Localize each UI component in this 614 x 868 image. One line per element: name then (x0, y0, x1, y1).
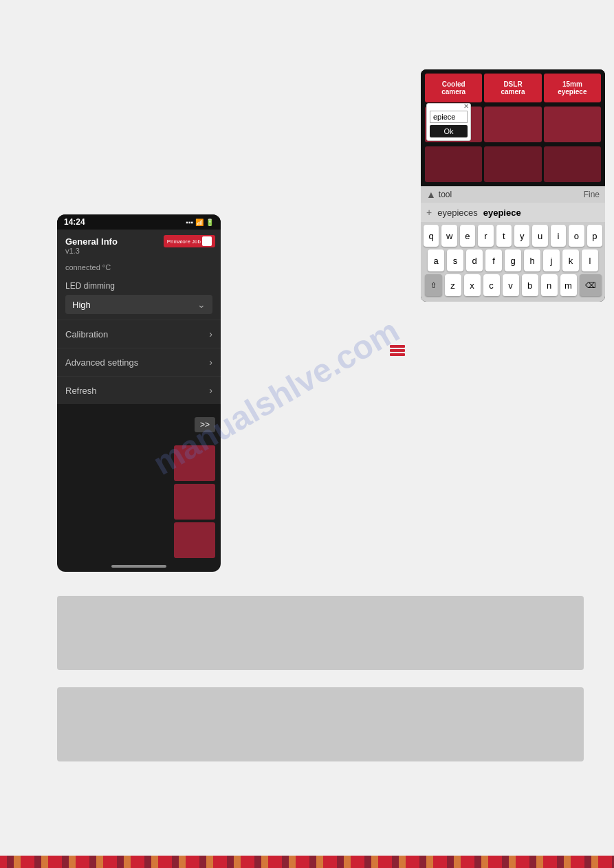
keyboard-bottom-grid (421, 146, 605, 186)
chevron-up-icon[interactable]: ▲ (426, 189, 436, 200)
key-f[interactable]: f (485, 249, 502, 271)
key-row-1: q w e r t y u i o p (424, 225, 602, 247)
key-c[interactable]: c (483, 274, 500, 296)
key-i[interactable]: i (551, 225, 566, 247)
key-t[interactable]: t (496, 225, 512, 247)
badge-label: Primalore Job (167, 238, 201, 245)
phone-ui: 14:24 ▪▪▪ 📶 🔋 General Info v1.3 Primalor… (57, 214, 221, 572)
key-k[interactable]: k (562, 249, 579, 271)
key-row-2: a s d f g h j k l (424, 249, 602, 271)
keyboard-top-grid: Cooled camera DSLR camera 15mm eyepiece (421, 69, 605, 107)
gray-box-1 (57, 596, 584, 670)
menu-item-label: Advanced settings (65, 357, 138, 368)
popup-overlay: ✕ Ok (426, 103, 471, 141)
key-d[interactable]: d (466, 249, 483, 271)
grid-middle-item-popup[interactable]: ✕ Ok (425, 107, 482, 142)
menu-item-label: Calibration (65, 329, 108, 340)
key-n[interactable]: n (541, 274, 558, 296)
led-dimming-label: LED dimming (65, 281, 212, 291)
key-j[interactable]: j (543, 249, 560, 271)
keyboard-rows: q w e r t y u i o p a s d f g h j k l ⇧ … (421, 222, 605, 302)
phone-bottom-bar (111, 565, 166, 568)
key-h[interactable]: h (524, 249, 540, 271)
chevron-right-icon: › (209, 357, 212, 368)
phone-icons: ▪▪▪ 📶 🔋 (186, 219, 214, 226)
grid-middle-item-2[interactable] (484, 107, 541, 142)
signal-icon: ▪▪▪ (186, 219, 193, 226)
keyboard-toolbar-left: ▲ tool (426, 189, 452, 200)
led-dimming-control[interactable]: High ⌄ (65, 295, 212, 314)
key-row-3: ⇧ z x c v b n m ⌫ (424, 274, 602, 296)
key-p[interactable]: p (587, 225, 602, 247)
key-g[interactable]: g (505, 249, 521, 271)
fine-label[interactable]: Fine (584, 190, 600, 199)
menu-item-advanced-settings[interactable]: Advanced settings › (57, 348, 221, 376)
key-a[interactable]: a (428, 249, 444, 271)
badge-icon (202, 236, 212, 246)
chevron-right-icon: › (209, 329, 212, 340)
menu-item-calibration[interactable]: Calibration › (57, 320, 221, 348)
keyboard-suggestion-bar: + eyepieces eyepiece (421, 203, 605, 222)
grid-bottom-item-1[interactable] (425, 146, 482, 182)
color-tile-red-2[interactable] (174, 484, 215, 520)
keyboard-ui: Cooled camera DSLR camera 15mm eyepiece … (421, 69, 605, 302)
menu-icon-line-1 (390, 345, 405, 348)
forward-button[interactable]: >> (195, 417, 215, 432)
phone-time: 14:24 (64, 217, 85, 227)
phone-header: General Info v1.3 Primalore Job (57, 230, 221, 259)
key-v[interactable]: v (503, 274, 519, 296)
key-x[interactable]: x (464, 274, 481, 296)
phone-menu: connected °C LED dimming High ⌄ Calibrat… (57, 259, 221, 404)
color-tile-red-3[interactable] (174, 522, 215, 558)
phone-grid-area-top: >> (57, 404, 221, 445)
suggestion-word-main[interactable]: eyepiece (483, 208, 521, 218)
key-s[interactable]: s (447, 249, 463, 271)
primalore-badge: Primalore Job (164, 235, 215, 247)
key-w[interactable]: w (441, 225, 457, 247)
popup-ok-button[interactable]: Ok (430, 125, 468, 137)
key-backspace[interactable]: ⌫ (580, 274, 602, 296)
led-dimming-value: High (72, 300, 91, 310)
key-z[interactable]: z (445, 274, 461, 296)
key-shift[interactable]: ⇧ (425, 274, 442, 296)
led-dimming-arrow-icon: ⌄ (197, 299, 206, 310)
suggestion-word-1[interactable]: eyepieces (437, 208, 478, 218)
decorative-bottom-bar (0, 856, 614, 868)
key-l[interactable]: l (582, 249, 598, 271)
menu-item-refresh[interactable]: Refresh › (57, 376, 221, 404)
grid-bottom-item-2[interactable] (484, 146, 541, 182)
led-dimming-section: LED dimming High ⌄ (57, 276, 221, 320)
key-e[interactable]: e (460, 225, 475, 247)
chevron-right-icon: › (209, 385, 212, 396)
popup-close-icon[interactable]: ✕ (463, 102, 469, 110)
phone-status-bar: 14:24 ▪▪▪ 📶 🔋 (57, 214, 221, 230)
key-y[interactable]: y (514, 225, 529, 247)
menu-icon-line-3 (390, 353, 405, 356)
menu-icon[interactable] (390, 345, 405, 356)
color-tiles (57, 445, 221, 564)
grid-middle-item-3[interactable] (544, 107, 601, 142)
popup-input[interactable] (430, 111, 468, 123)
keyboard-toolbar: ▲ tool Fine (421, 186, 605, 203)
key-q[interactable]: q (424, 225, 439, 247)
grid-top-item-cooled[interactable]: Cooled camera (425, 74, 482, 102)
grid-top-item-eyepiece[interactable]: 15mm eyepiece (544, 74, 601, 102)
color-tile-red-1[interactable] (174, 445, 215, 481)
keyboard-toolbar-label: tool (439, 190, 452, 199)
suggestion-plus-icon: + (426, 207, 432, 218)
menu-icon-line-2 (390, 349, 405, 352)
menu-item-label: Refresh (65, 386, 97, 396)
grid-bottom-item-3[interactable] (544, 146, 601, 182)
keyboard-middle-grid: ✕ Ok (421, 107, 605, 146)
key-b[interactable]: b (522, 274, 538, 296)
key-o[interactable]: o (569, 225, 584, 247)
grid-top-item-dslr[interactable]: DSLR camera (484, 74, 541, 102)
gray-box-2 (57, 687, 584, 761)
general-info-version: v1.3 (65, 247, 212, 255)
key-u[interactable]: u (532, 225, 547, 247)
wifi-icon: 📶 (195, 219, 204, 226)
key-r[interactable]: r (478, 225, 493, 247)
key-m[interactable]: m (560, 274, 577, 296)
battery-icon: 🔋 (206, 219, 214, 226)
phone-menu-status: connected °C (57, 259, 221, 276)
